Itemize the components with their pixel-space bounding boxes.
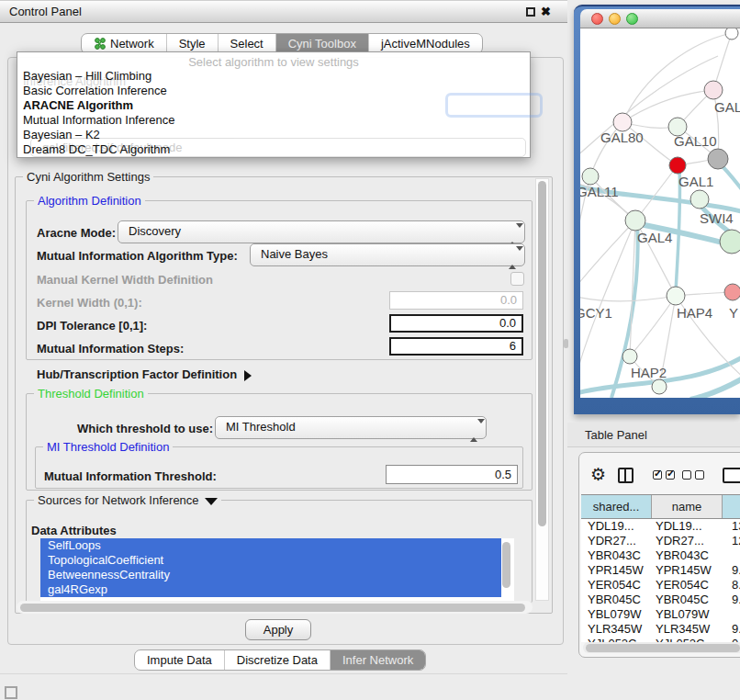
table-cell [723, 607, 740, 622]
table-window: ⚙ shared...nameA YDL19...YDL19...13YDR27… [578, 452, 740, 658]
table-row[interactable]: YPR145WYPR145W9. [581, 563, 740, 578]
combo-stepper-icon [470, 421, 478, 441]
dpi-tolerance-field[interactable]: 0.0 [389, 314, 523, 333]
node-label: GAL [714, 99, 740, 115]
tab-label: Style [179, 34, 206, 53]
select-all-columns-icon[interactable] [653, 470, 675, 480]
network-node-swi4[interactable] [690, 190, 709, 209]
tab-select[interactable]: Select [219, 34, 276, 53]
table-cell: YDL19... [581, 519, 652, 534]
network-canvas[interactable]: GALGAL80GAL10GAL1GAL11SWI4GAL4GCY1HAP4YH… [580, 28, 740, 398]
tab-label: Discretize Data [237, 650, 318, 670]
table-cell: YBR043C [652, 548, 723, 563]
expanded-arrow-icon [205, 498, 218, 505]
network-edge[interactable] [630, 296, 676, 356]
table-cell: 9. [723, 622, 740, 637]
which-threshold-combo[interactable]: MI Threshold [215, 416, 487, 439]
hub-definition-toggle[interactable]: Hub/Transcription Factor Definition [37, 367, 252, 381]
apply-button[interactable]: Apply [245, 619, 311, 640]
mi-type-combo[interactable]: Naive Bayes [250, 243, 525, 266]
attribute-item[interactable]: TopologicalCoefficient [40, 553, 501, 568]
tab-jactivemnodules[interactable]: jActiveMNodules [369, 34, 482, 53]
algorithm-option-bayesian-hill-climbing[interactable]: Bayesian – Hill Climbing [17, 69, 530, 84]
tab-label: jActiveMNodules [381, 34, 470, 53]
combo-stepper-icon [509, 225, 517, 245]
data-attributes-list[interactable]: SelfLoopsTopologicalCoefficientBetweenne… [40, 538, 514, 601]
attribute-item[interactable]: gal4RGexp [40, 582, 501, 597]
algorithm-option-bayesian-k2[interactable]: Bayesian – K2 [17, 128, 530, 142]
network-edge[interactable] [580, 295, 676, 301]
network-node[interactable] [720, 230, 740, 254]
zoom-traffic-light-icon[interactable] [626, 13, 638, 25]
column-header[interactable]: shared... [581, 495, 652, 518]
close-window-icon[interactable]: ✖ [541, 5, 551, 18]
collapsed-panel-icon[interactable] [5, 686, 17, 699]
tab-infer-network[interactable]: Infer Network [331, 650, 425, 670]
algorithm-option-dream8-dc-tdc-algorithm[interactable]: Dream8 DC_TDC Algorithm [17, 142, 530, 157]
table-cell: YDR27... [581, 534, 652, 548]
restore-window-icon[interactable] [526, 7, 535, 17]
gear-icon[interactable]: ⚙ [590, 466, 606, 483]
tab-label: Infer Network [342, 650, 413, 670]
table-row[interactable]: YBR045CYBR045C9. [581, 593, 740, 607]
network-node[interactable] [652, 379, 667, 394]
attribute-item[interactable]: BetweennessCentrality [40, 568, 501, 582]
tab-style[interactable]: Style [167, 34, 219, 53]
network-node-hap2[interactable] [622, 349, 637, 364]
manual-kernel-label: Manual Kernel Width Definition [37, 273, 213, 287]
close-traffic-light-icon[interactable] [591, 13, 603, 25]
network-node[interactable] [725, 28, 738, 40]
mi-steps-label: Mutual Information Steps: [37, 342, 184, 356]
attributes-list-scrollbar[interactable] [502, 542, 510, 588]
network-edge[interactable] [580, 220, 635, 295]
kernel-width-label: Kernel Width (0,1): [37, 296, 142, 310]
mi-steps-field[interactable]: 6 [389, 337, 523, 356]
mi-type-value: Naive Bayes [261, 247, 328, 261]
network-edge[interactable] [690, 376, 740, 398]
network-node-gal[interactable] [704, 81, 723, 99]
table-row[interactable]: YDL19...YDL19...13 [581, 519, 740, 534]
tab-cyni-toolbox[interactable]: Cyni Toolbox [276, 34, 369, 53]
tab-network[interactable]: Network [82, 34, 167, 53]
tab-impute-data[interactable]: Impute Data [135, 650, 225, 670]
columns-icon[interactable] [618, 468, 633, 483]
algorithm-option-aracne-algorithm[interactable]: ARACNE Algorithm [17, 98, 530, 113]
network-node-y[interactable] [724, 284, 740, 300]
algorithm-option-basic-correlation-inference[interactable]: Basic Correlation Inference [17, 84, 530, 98]
minimize-traffic-light-icon[interactable] [609, 13, 621, 25]
mi-threshold-field[interactable]: 0.5 [386, 465, 518, 484]
attribute-item[interactable]: SelfLoops [40, 538, 501, 553]
sources-group-title[interactable]: Sources for Network Inference [34, 493, 221, 507]
column-header[interactable]: name [652, 495, 723, 518]
settings-vscroll-thumb[interactable] [538, 181, 546, 526]
table-row[interactable]: YER054CYER054C8. [581, 578, 740, 593]
network-node[interactable] [708, 149, 728, 169]
table-row[interactable]: YLR345WYLR345W9. [581, 622, 740, 637]
table-row[interactable]: YBL079WYBL079W [581, 607, 740, 622]
which-threshold-value: MI Threshold [226, 420, 296, 434]
table-hscroll-thumb[interactable] [586, 644, 740, 652]
network-node-gal11[interactable] [582, 168, 599, 185]
tab-label: Impute Data [147, 650, 212, 670]
network-node-gal1[interactable] [669, 157, 686, 174]
network-node-hap4[interactable] [667, 287, 685, 305]
column-header[interactable]: A [723, 495, 740, 518]
network-node-gal80[interactable] [613, 113, 632, 131]
node-label: GAL10 [674, 133, 717, 149]
deselect-all-columns-icon[interactable] [682, 470, 704, 480]
aracne-mode-combo[interactable]: Discovery [118, 220, 525, 243]
network-node-gal4[interactable] [625, 210, 645, 231]
table-row[interactable]: YDR27...YDR27...12 [581, 534, 740, 548]
manual-kernel-checkbox[interactable] [510, 272, 524, 286]
cyni-mode-tabbar: Impute DataDiscretize DataInfer Network [134, 649, 426, 671]
algorithm-option-mutual-information-inference[interactable]: Mutual Information Inference [17, 113, 530, 128]
settings-hscroll-thumb[interactable] [20, 604, 525, 612]
table-cell: YLR345W [652, 622, 723, 637]
kernel-width-field[interactable]: 0.0 [389, 291, 523, 310]
splitpane-handle-icon[interactable] [564, 339, 568, 348]
tab-discretize-data[interactable]: Discretize Data [225, 650, 331, 670]
algorithm-select-popup: Inference Algorithm gal-filtered.sif def… [17, 51, 531, 158]
table-mode-icon[interactable] [723, 468, 740, 483]
table-row[interactable]: YBR043CYBR043C [581, 548, 740, 563]
network-window-titlebar[interactable] [580, 9, 740, 28]
